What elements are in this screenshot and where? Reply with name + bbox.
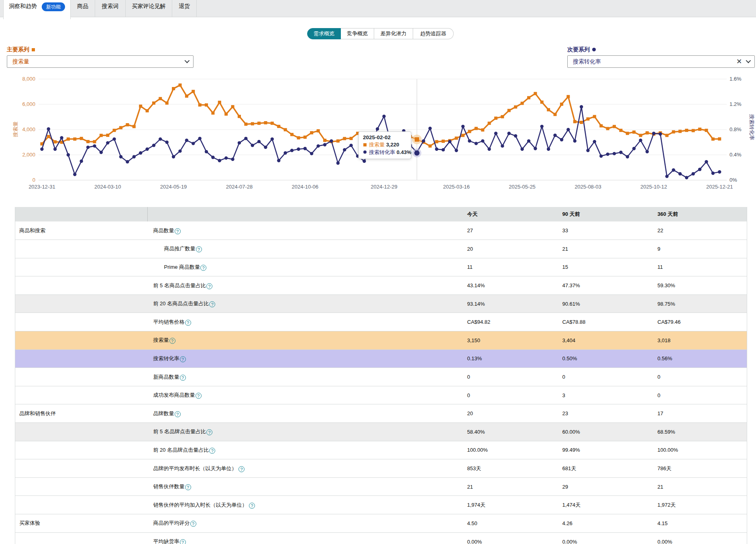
svg-text:2025-10-12: 2025-10-12 xyxy=(640,184,667,190)
svg-text:2024-03-10: 2024-03-10 xyxy=(94,184,121,190)
svg-text:1.2%: 1.2% xyxy=(730,101,742,107)
svg-text:6,000: 6,000 xyxy=(22,101,35,107)
svg-text:2025-03-16: 2025-03-16 xyxy=(443,184,470,190)
svg-text:2024-10-06: 2024-10-06 xyxy=(292,184,319,190)
svg-text:0%: 0% xyxy=(730,177,737,183)
svg-text:0: 0 xyxy=(33,177,35,183)
svg-text:2025-08-03: 2025-08-03 xyxy=(575,184,601,190)
svg-text:2025-12-21: 2025-12-21 xyxy=(706,184,733,190)
svg-text:8,000: 8,000 xyxy=(22,76,35,82)
svg-text:2025-05-25: 2025-05-25 xyxy=(509,184,536,190)
svg-text:2025-02-02: 2025-02-02 xyxy=(363,134,391,140)
svg-text:0.4%: 0.4% xyxy=(730,152,742,158)
svg-text:搜索量 3,220: 搜索量 3,220 xyxy=(369,142,399,148)
svg-text:2024-05-19: 2024-05-19 xyxy=(160,184,187,190)
svg-text:4,000: 4,000 xyxy=(22,126,35,132)
svg-text:2023-12-31: 2023-12-31 xyxy=(29,184,55,190)
svg-text:0.8%: 0.8% xyxy=(730,126,742,132)
svg-text:搜索量: 搜索量 xyxy=(12,122,18,138)
svg-text:搜索转化率 0.43%: 搜索转化率 0.43% xyxy=(369,149,412,155)
svg-text:1.6%: 1.6% xyxy=(730,76,742,82)
svg-text:搜索转化率: 搜索转化率 xyxy=(749,114,755,140)
svg-text:2024-07-28: 2024-07-28 xyxy=(226,184,253,190)
svg-text:2024-12-29: 2024-12-29 xyxy=(371,184,397,190)
svg-text:2,000: 2,000 xyxy=(22,152,35,158)
